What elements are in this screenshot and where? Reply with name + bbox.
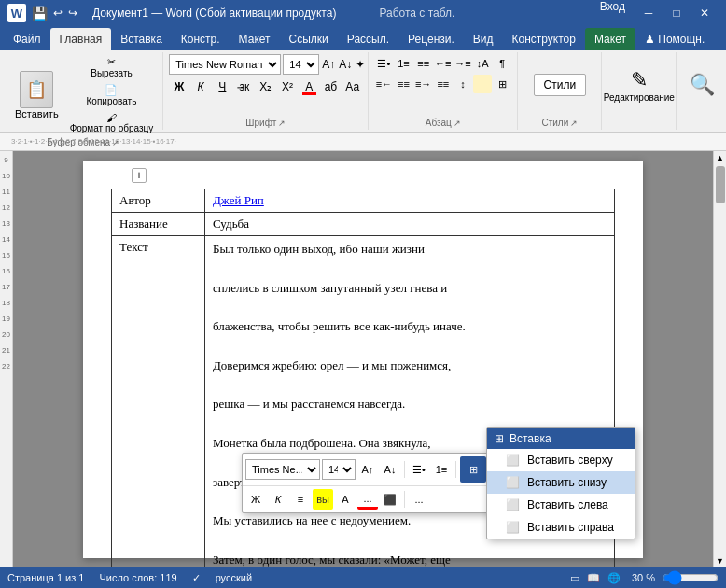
insert-above-item[interactable]: ⬜ Вставить сверху — [487, 449, 635, 471]
vertical-scrollbar[interactable]: ▲ ▼ — [713, 151, 726, 567]
tab-constructor[interactable]: Конструктор — [503, 28, 585, 50]
editing-button[interactable]: ✎ Редактирование — [596, 66, 682, 105]
superscript-button[interactable]: X² — [277, 77, 297, 97]
scroll-down-button[interactable]: ▼ — [714, 554, 727, 567]
tab-references[interactable]: Ссылки — [280, 28, 338, 50]
shading-button[interactable] — [473, 75, 492, 93]
tab-design[interactable]: Констр. — [172, 28, 230, 50]
insert-below-item[interactable]: ⬜ Вставить снизу — [487, 471, 635, 494]
float-align-button[interactable]: ≡ — [290, 489, 311, 510]
styles-expand-icon[interactable]: ↗ — [570, 119, 578, 128]
zoom-slider[interactable] — [663, 573, 719, 582]
float-italic-button[interactable]: К — [268, 489, 288, 510]
font-group: Times New Roman 14 A↑ A↓ ✦ Ж К Ч з̶к X₂ … — [163, 52, 369, 130]
text-color-button[interactable]: A — [300, 77, 319, 97]
float-highlight-button[interactable]: вы — [313, 489, 333, 510]
tab-home[interactable]: Главная — [50, 28, 112, 50]
align-left-button[interactable]: ≡← — [374, 75, 393, 93]
align-right-button[interactable]: ≡→ — [414, 75, 433, 93]
title-bar-left: W 💾 ↩ ↪ Документ1 — Word (Сбой активации… — [7, 4, 454, 22]
tab-review[interactable]: Рецензи. — [398, 28, 464, 50]
author-value[interactable]: Джей Рип — [205, 189, 615, 213]
view-reading-btn[interactable]: 📖 — [587, 572, 600, 584]
float-font-select[interactable]: Times Ne... — [245, 459, 320, 480]
view-normal-btn[interactable]: ▭ — [570, 572, 579, 584]
clear-format-button[interactable]: ✦ — [355, 54, 366, 75]
paste-icon: 📋 — [20, 71, 53, 108]
show-marks-button[interactable]: ¶ — [493, 54, 511, 73]
editing-label — [637, 116, 640, 128]
float-more-button[interactable]: ... — [409, 489, 429, 510]
insert-panel: ⊞ Вставка ⬜ Вставить сверху ⬜ Вставить с… — [486, 427, 635, 539]
scroll-up-button[interactable]: ▲ — [714, 151, 727, 164]
underline-button[interactable]: Ч — [213, 77, 232, 97]
float-bold-button[interactable]: Ж — [245, 489, 266, 510]
bullets-button[interactable]: ☰• — [374, 54, 393, 73]
align-center-button[interactable]: ≡≡ — [394, 75, 412, 93]
title-work-section: Работа с табл. — [379, 7, 454, 20]
float-numbering-button[interactable]: 1≡ — [431, 459, 452, 480]
float-shrink-button[interactable]: A↓ — [380, 459, 400, 480]
quick-access-undo[interactable]: ↩ — [53, 7, 63, 20]
tab-view[interactable]: Вид — [464, 28, 503, 50]
quick-access-redo[interactable]: ↪ — [68, 7, 77, 20]
font-expand-icon[interactable]: ↗ — [278, 119, 286, 128]
styles-button[interactable]: Стили — [534, 74, 587, 96]
decrease-indent-button[interactable]: ←≡ — [434, 54, 453, 73]
tab-file[interactable]: Файл — [4, 28, 50, 50]
float-border-color[interactable]: ... — [357, 489, 378, 510]
grow-font-button[interactable]: A↑ — [321, 54, 336, 75]
clipboard-group: 📋 Вставить ✂ Вырезать 📄 Копировать 🖌 Фор… — [4, 52, 163, 130]
numbering-button[interactable]: 1≡ — [394, 54, 412, 73]
line-spacing-button[interactable]: ↕ — [454, 75, 472, 93]
subscript-button[interactable]: X₂ — [256, 77, 275, 97]
quick-access-save[interactable]: 💾 — [32, 6, 48, 21]
insert-above-icon: ⬜ — [506, 454, 520, 467]
font-case-button[interactable]: Аа — [342, 77, 362, 97]
tab-layout[interactable]: Макет — [230, 28, 280, 50]
copy-button[interactable]: 📄 Копировать — [66, 82, 158, 108]
increase-indent-button[interactable]: →≡ — [454, 54, 472, 73]
float-bullets-button[interactable]: ☰• — [409, 459, 429, 480]
highlight-button[interactable]: аб — [321, 77, 341, 97]
italic-button[interactable]: К — [191, 77, 211, 97]
cut-button[interactable]: ✂ Вырезать — [66, 54, 158, 80]
font-size-select[interactable]: 14 — [283, 54, 319, 75]
tab-help[interactable]: ♟ Помощн. — [635, 28, 714, 50]
multilevel-button[interactable]: ≡≡ — [414, 54, 433, 73]
sort-button[interactable]: ↕A — [473, 54, 492, 73]
login-btn[interactable]: Вход — [600, 0, 625, 26]
add-row-button[interactable]: + — [132, 168, 147, 183]
status-bar: Страница 1 из 1 Число слов: 119 ✓ русски… — [0, 567, 726, 588]
tab-insert[interactable]: Вставка — [111, 28, 172, 50]
close-button[interactable]: ✕ — [691, 0, 719, 26]
insert-left-item[interactable]: ⬜ Вставить слева — [487, 494, 635, 516]
tab-maket[interactable]: Макет — [585, 28, 635, 50]
float-size-select[interactable]: 14 — [322, 459, 356, 480]
float-color-button[interactable]: A — [335, 489, 356, 510]
shrink-font-button[interactable]: A↓ — [338, 54, 353, 75]
language[interactable]: русский — [216, 572, 252, 584]
strikethrough-button[interactable]: з̶к — [234, 77, 254, 97]
tab-mailings[interactable]: Рассыл. — [338, 28, 398, 50]
paragraph-expand-icon[interactable]: ↗ — [454, 119, 461, 128]
title-label: Название — [112, 213, 205, 236]
search-button[interactable]: 🔍 — [682, 71, 722, 99]
insert-right-item[interactable]: ⬜ Вставить справа — [487, 516, 635, 539]
maximize-button[interactable]: □ — [663, 0, 691, 26]
scroll-thumb[interactable] — [716, 166, 725, 203]
view-web-btn[interactable]: 🌐 — [607, 572, 621, 584]
page-container[interactable]: + Автор Джей Рип Название Судьба Текст Б… — [13, 151, 713, 567]
format-painter-button[interactable]: 🖌 Формат по образцу — [66, 110, 158, 135]
minimize-button[interactable]: ─ — [635, 0, 663, 26]
bold-button[interactable]: Ж — [169, 77, 188, 97]
float-grow-button[interactable]: A↑ — [357, 459, 378, 480]
float-shading-button[interactable]: ⬛ — [380, 489, 400, 510]
spelling-icon[interactable]: ✓ — [192, 572, 201, 584]
font-name-select[interactable]: Times New Roman — [169, 54, 281, 75]
justify-button[interactable]: ≡≡ — [434, 75, 453, 93]
insert-table-button[interactable]: ⊞ — [460, 456, 486, 483]
title-value[interactable]: Судьба — [205, 213, 615, 236]
borders-button[interactable]: ⊞ — [493, 75, 511, 93]
paste-button[interactable]: 📋 Вставить — [9, 69, 64, 121]
